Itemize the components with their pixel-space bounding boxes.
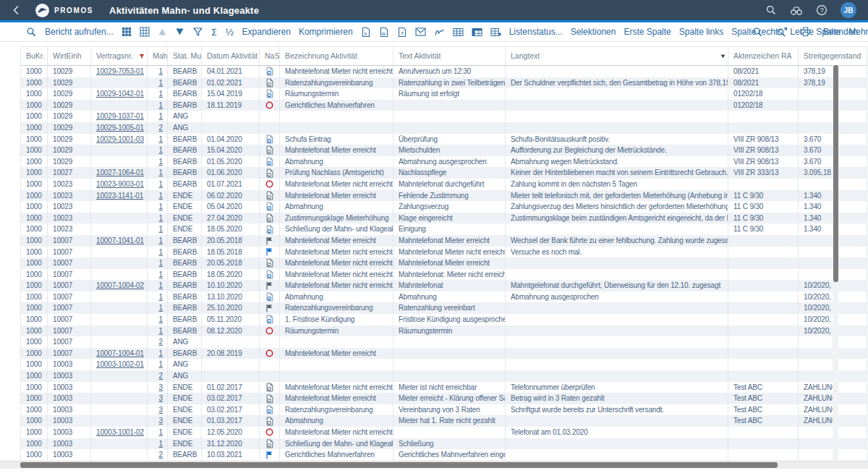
vertragsnr-link[interactable]: 10007-1004-02	[96, 281, 144, 289]
table-row[interactable]: 10001002910029-1037-011ANG	[21, 111, 867, 122]
filter-icon[interactable]	[192, 25, 203, 38]
mahnstufe-link[interactable]: 1	[159, 203, 163, 210]
horizontal-scrollbar-thumb[interactable]	[20, 462, 778, 468]
table-row[interactable]: 10001000310003-1002-011ANG	[21, 359, 867, 370]
find-icon[interactable]	[26, 25, 37, 38]
sort-descending-icon[interactable]	[175, 25, 184, 38]
table-row[interactable]: 1000100231ENDE05.04.2020AbmahnungZahlung…	[21, 201, 867, 213]
listenstatus-button[interactable]: Listenstatus...	[509, 27, 563, 37]
mahnstufe-link[interactable]: 3	[159, 417, 163, 425]
search-icon[interactable]	[752, 25, 765, 38]
table-row[interactable]: 10001002910029-1001-031BEARB01.04.2020Sc…	[21, 134, 867, 145]
table-row[interactable]: 1000100291BEARB01.05.2020AbmahnungAbmahn…	[21, 156, 867, 168]
vertragsnr-link[interactable]: 10003-1001-02	[96, 428, 144, 436]
column-header-status-muk[interactable]: Stat. MuK	[168, 47, 202, 65]
table-row[interactable]: 10001002910029-7053-011BEARB04.01.2021Ma…	[21, 66, 867, 77]
vertical-scrollbar-thumb[interactable]	[833, 65, 838, 282]
table-row[interactable]: 1000100071BEARB05.11.20201. Fristlose Kü…	[21, 314, 867, 325]
vertragsnr-link[interactable]: 10007-1004-01	[96, 349, 144, 357]
mahnstufe-link[interactable]: 1	[159, 90, 163, 98]
details-grid-outline-icon[interactable]	[140, 25, 150, 38]
table-row[interactable]: 1000100231ENDE27.04.2020Zustimmungsklage…	[21, 213, 867, 224]
mahnstufe-link[interactable]: 1	[159, 360, 163, 368]
table-row[interactable]: 1000100071BEARB08.12.2020RäumungsterminR…	[21, 325, 867, 337]
column-header-aktenzeichen-ra[interactable]: Aktenzeichen RA	[728, 47, 799, 65]
export-word-icon[interactable]: w	[379, 25, 389, 38]
vertragsnr-link[interactable]: 10029-1042-01	[96, 90, 144, 98]
column-header-vertragsnr[interactable]: Vertragsnr.	[91, 47, 148, 65]
table-row[interactable]: 1000100071BEARB20.05.2018Mahntelefonat M…	[21, 257, 867, 269]
mahnstufe-link[interactable]: 1	[159, 304, 163, 312]
help-icon[interactable]: ?	[815, 4, 828, 17]
vertragsnr-link[interactable]: 10003-1002-01	[96, 360, 144, 368]
vertragsnr-link[interactable]: 10023-9003-01	[96, 180, 144, 188]
subtotal-icon[interactable]: ½	[225, 27, 234, 38]
table-row[interactable]: 1000100031ENDE31.12.2020Schließung der M…	[21, 438, 867, 450]
table-row[interactable]: 1000100071BEARB18.05.2020Mahntelefonat M…	[21, 269, 867, 281]
mahnstufe-link[interactable]: 2	[159, 124, 163, 132]
mahnstufe-link[interactable]: 1	[159, 135, 163, 143]
table-row[interactable]: 10001000710007-1004-011BEARB20.08.2019Ma…	[21, 348, 867, 359]
selektionen-button[interactable]: Selektionen	[571, 27, 616, 37]
column-header-bezeichnung-aktivitaet[interactable]: Bezeichnung Aktivität	[280, 47, 393, 65]
pivot-table-icon[interactable]	[472, 25, 482, 38]
vertragsnr-link[interactable]: 10007-1041-01	[96, 236, 144, 244]
mahnstufe-link[interactable]: 1	[159, 67, 163, 75]
table-row[interactable]: 10001000310003-1001-021ENDE12.05.2020Mah…	[21, 427, 867, 438]
sort-ascending-icon[interactable]	[158, 25, 167, 38]
mahnstufe-link[interactable]: 1	[159, 158, 163, 166]
vertical-scrollbar[interactable]	[833, 65, 838, 460]
vertragsnr-link[interactable]: 10029-1001-03	[96, 135, 144, 143]
mahnstufe-link[interactable]: 1	[159, 440, 163, 448]
column-header-wirteinh[interactable]: WirtEinh	[48, 47, 91, 65]
mahnstufe-link[interactable]: 1	[159, 146, 163, 154]
mail-icon[interactable]	[415, 25, 426, 38]
mahnstufe-link[interactable]: 1	[159, 101, 163, 109]
table-row[interactable]: 1000100072ANG	[21, 336, 867, 348]
table-row[interactable]: 10001002910029-1042-011BEARB15.04.2019Rä…	[21, 88, 867, 100]
table-row[interactable]: 1000100071BEARB25.10.2020Ratenzahlungsve…	[21, 302, 867, 314]
table-row[interactable]: 1000100033ENDE01.03.2017AbmahnungMieter …	[21, 415, 867, 427]
mahnstufe-link[interactable]: 1	[159, 293, 163, 301]
column-header-mahnstufe[interactable]: Mah...	[148, 47, 168, 65]
mahnstufe-link[interactable]: 2	[159, 372, 163, 380]
table-row[interactable]: 1000100291BEARB15.04.2020Mahntelefonat M…	[21, 145, 867, 156]
signature-icon[interactable]	[434, 25, 445, 38]
erste-spalte-button[interactable]: Erste Spalte	[624, 27, 671, 37]
table-row[interactable]: 1000100071BEARB18.05.2018Mahntelefonat M…	[21, 247, 867, 258]
table-row[interactable]: 1000100033ENDE03.02.2017Ratenzahlungsver…	[21, 404, 867, 416]
column-header-streitgegenstand[interactable]: Streitgegenstand	[799, 47, 867, 65]
mahnstufe-link[interactable]: 3	[159, 406, 163, 414]
mahnstufe-link[interactable]: 1	[159, 349, 163, 357]
bericht-aufrufen-button[interactable]: Bericht aufrufen...	[45, 27, 114, 37]
mahnstufe-link[interactable]: 2	[159, 451, 163, 459]
copy-append-icon[interactable]: +	[397, 25, 407, 38]
column-header-text-aktivitaet[interactable]: Text Aktivität	[393, 47, 506, 65]
user-avatar[interactable]: JB	[841, 2, 856, 18]
sum-icon[interactable]: Σ	[211, 27, 217, 38]
mahnstufe-link[interactable]: 1	[159, 281, 163, 289]
table-row[interactable]: 10001000710007-1041-011BEARB20.05.2018Ma…	[21, 235, 867, 247]
binoculars-icon[interactable]	[790, 4, 803, 17]
table-row[interactable]: 1000100032BEARB10.03.2021Gerichtliches M…	[21, 449, 867, 461]
mahnstufe-link[interactable]: 1	[159, 79, 163, 87]
table-row[interactable]: 1000100071BEARB13.10.2020AbmahnungAbmahn…	[21, 291, 867, 303]
table-row[interactable]: 10001002310023-9003-011BEARB01.07.2021Ma…	[21, 179, 867, 190]
back-icon[interactable]	[9, 3, 23, 17]
vertragsnr-link[interactable]: 10029-7053-01	[96, 67, 144, 75]
search-next-icon[interactable]	[775, 25, 788, 38]
table-view-icon[interactable]	[453, 25, 464, 38]
mahnstufe-link[interactable]: 3	[159, 394, 163, 402]
mahnstufe-link[interactable]: 1	[159, 214, 163, 222]
table-row[interactable]: 10001002910029-1005-012ANG	[21, 122, 867, 134]
komprimieren-button[interactable]: Komprimieren	[299, 27, 353, 37]
mahnstufe-link[interactable]: 1	[159, 270, 163, 278]
expandieren-button[interactable]: Expandieren	[242, 27, 291, 37]
mahnstufe-link[interactable]: 1	[159, 169, 163, 176]
vertragsnr-link[interactable]: 10023-1141-01	[96, 192, 143, 200]
table-row[interactable]: 1000100033ENDE03.02.2017Mahntelefonat Mi…	[21, 393, 867, 404]
details-grid-filled-icon[interactable]	[122, 25, 132, 38]
mahnstufe-link[interactable]: 1	[159, 180, 163, 188]
table-row[interactable]: 1000100032ANG	[21, 370, 867, 382]
spalte-links-button[interactable]: Spalte links	[679, 27, 723, 37]
